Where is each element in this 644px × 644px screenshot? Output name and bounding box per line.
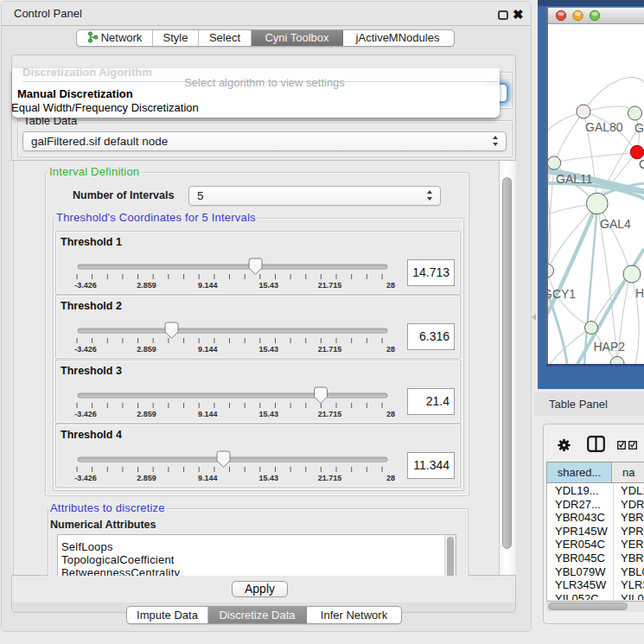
svg-text:C: C xyxy=(639,157,644,171)
svg-text:GAL4: GAL4 xyxy=(600,217,631,231)
svg-text:GCY1: GCY1 xyxy=(548,287,576,301)
svg-text:H: H xyxy=(635,286,644,300)
svg-text:GAL80: GAL80 xyxy=(585,120,623,134)
svg-text:HAP2: HAP2 xyxy=(594,340,626,354)
svg-text:GAL11: GAL11 xyxy=(556,172,593,186)
svg-text:GA: GA xyxy=(634,121,644,135)
